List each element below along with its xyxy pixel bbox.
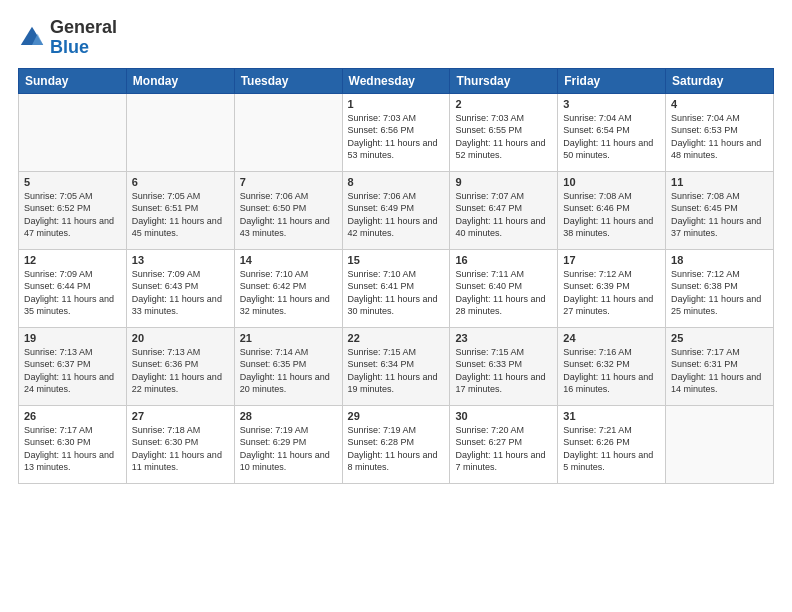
day-number: 1 (348, 98, 445, 110)
day-number: 11 (671, 176, 768, 188)
day-number: 21 (240, 332, 337, 344)
logo: General Blue (18, 18, 117, 58)
day-number: 31 (563, 410, 660, 422)
day-info: Sunrise: 7:21 AM Sunset: 6:26 PM Dayligh… (563, 424, 660, 474)
day-info: Sunrise: 7:09 AM Sunset: 6:44 PM Dayligh… (24, 268, 121, 318)
day-number: 30 (455, 410, 552, 422)
day-info: Sunrise: 7:08 AM Sunset: 6:46 PM Dayligh… (563, 190, 660, 240)
calendar-cell: 28Sunrise: 7:19 AM Sunset: 6:29 PM Dayli… (234, 405, 342, 483)
week-row-3: 12Sunrise: 7:09 AM Sunset: 6:44 PM Dayli… (19, 249, 774, 327)
calendar-cell: 10Sunrise: 7:08 AM Sunset: 6:46 PM Dayli… (558, 171, 666, 249)
day-info: Sunrise: 7:13 AM Sunset: 6:36 PM Dayligh… (132, 346, 229, 396)
day-number: 4 (671, 98, 768, 110)
calendar-cell: 6Sunrise: 7:05 AM Sunset: 6:51 PM Daylig… (126, 171, 234, 249)
calendar-cell (19, 93, 127, 171)
day-number: 3 (563, 98, 660, 110)
day-number: 19 (24, 332, 121, 344)
day-number: 10 (563, 176, 660, 188)
calendar-cell: 20Sunrise: 7:13 AM Sunset: 6:36 PM Dayli… (126, 327, 234, 405)
weekday-header-wednesday: Wednesday (342, 68, 450, 93)
weekday-header-sunday: Sunday (19, 68, 127, 93)
day-info: Sunrise: 7:15 AM Sunset: 6:33 PM Dayligh… (455, 346, 552, 396)
calendar-cell: 3Sunrise: 7:04 AM Sunset: 6:54 PM Daylig… (558, 93, 666, 171)
week-row-4: 19Sunrise: 7:13 AM Sunset: 6:37 PM Dayli… (19, 327, 774, 405)
weekday-header-thursday: Thursday (450, 68, 558, 93)
day-number: 25 (671, 332, 768, 344)
calendar-cell: 24Sunrise: 7:16 AM Sunset: 6:32 PM Dayli… (558, 327, 666, 405)
logo-icon (18, 24, 46, 52)
calendar-cell: 22Sunrise: 7:15 AM Sunset: 6:34 PM Dayli… (342, 327, 450, 405)
page: General Blue SundayMondayTuesdayWednesda… (0, 0, 792, 612)
day-number: 2 (455, 98, 552, 110)
calendar-cell: 2Sunrise: 7:03 AM Sunset: 6:55 PM Daylig… (450, 93, 558, 171)
day-info: Sunrise: 7:14 AM Sunset: 6:35 PM Dayligh… (240, 346, 337, 396)
day-info: Sunrise: 7:06 AM Sunset: 6:50 PM Dayligh… (240, 190, 337, 240)
day-number: 26 (24, 410, 121, 422)
day-info: Sunrise: 7:12 AM Sunset: 6:38 PM Dayligh… (671, 268, 768, 318)
weekday-header-row: SundayMondayTuesdayWednesdayThursdayFrid… (19, 68, 774, 93)
weekday-header-tuesday: Tuesday (234, 68, 342, 93)
calendar-cell: 29Sunrise: 7:19 AM Sunset: 6:28 PM Dayli… (342, 405, 450, 483)
day-info: Sunrise: 7:11 AM Sunset: 6:40 PM Dayligh… (455, 268, 552, 318)
day-number: 23 (455, 332, 552, 344)
calendar-cell: 19Sunrise: 7:13 AM Sunset: 6:37 PM Dayli… (19, 327, 127, 405)
calendar-cell: 16Sunrise: 7:11 AM Sunset: 6:40 PM Dayli… (450, 249, 558, 327)
day-info: Sunrise: 7:12 AM Sunset: 6:39 PM Dayligh… (563, 268, 660, 318)
day-info: Sunrise: 7:10 AM Sunset: 6:42 PM Dayligh… (240, 268, 337, 318)
day-number: 6 (132, 176, 229, 188)
calendar-cell: 17Sunrise: 7:12 AM Sunset: 6:39 PM Dayli… (558, 249, 666, 327)
day-number: 18 (671, 254, 768, 266)
calendar-cell: 25Sunrise: 7:17 AM Sunset: 6:31 PM Dayli… (666, 327, 774, 405)
day-number: 12 (24, 254, 121, 266)
day-number: 20 (132, 332, 229, 344)
calendar-cell: 18Sunrise: 7:12 AM Sunset: 6:38 PM Dayli… (666, 249, 774, 327)
header: General Blue (18, 18, 774, 58)
calendar-cell: 26Sunrise: 7:17 AM Sunset: 6:30 PM Dayli… (19, 405, 127, 483)
day-number: 14 (240, 254, 337, 266)
weekday-header-monday: Monday (126, 68, 234, 93)
calendar-cell: 4Sunrise: 7:04 AM Sunset: 6:53 PM Daylig… (666, 93, 774, 171)
day-number: 17 (563, 254, 660, 266)
day-info: Sunrise: 7:18 AM Sunset: 6:30 PM Dayligh… (132, 424, 229, 474)
calendar-table: SundayMondayTuesdayWednesdayThursdayFrid… (18, 68, 774, 484)
weekday-header-saturday: Saturday (666, 68, 774, 93)
calendar-cell: 15Sunrise: 7:10 AM Sunset: 6:41 PM Dayli… (342, 249, 450, 327)
weekday-header-friday: Friday (558, 68, 666, 93)
day-info: Sunrise: 7:10 AM Sunset: 6:41 PM Dayligh… (348, 268, 445, 318)
week-row-2: 5Sunrise: 7:05 AM Sunset: 6:52 PM Daylig… (19, 171, 774, 249)
day-number: 5 (24, 176, 121, 188)
calendar-cell: 12Sunrise: 7:09 AM Sunset: 6:44 PM Dayli… (19, 249, 127, 327)
week-row-5: 26Sunrise: 7:17 AM Sunset: 6:30 PM Dayli… (19, 405, 774, 483)
day-info: Sunrise: 7:19 AM Sunset: 6:28 PM Dayligh… (348, 424, 445, 474)
week-row-1: 1Sunrise: 7:03 AM Sunset: 6:56 PM Daylig… (19, 93, 774, 171)
calendar-cell (666, 405, 774, 483)
day-number: 7 (240, 176, 337, 188)
day-info: Sunrise: 7:04 AM Sunset: 6:54 PM Dayligh… (563, 112, 660, 162)
day-info: Sunrise: 7:08 AM Sunset: 6:45 PM Dayligh… (671, 190, 768, 240)
day-number: 29 (348, 410, 445, 422)
day-info: Sunrise: 7:09 AM Sunset: 6:43 PM Dayligh… (132, 268, 229, 318)
day-info: Sunrise: 7:05 AM Sunset: 6:52 PM Dayligh… (24, 190, 121, 240)
day-info: Sunrise: 7:17 AM Sunset: 6:31 PM Dayligh… (671, 346, 768, 396)
day-info: Sunrise: 7:15 AM Sunset: 6:34 PM Dayligh… (348, 346, 445, 396)
day-info: Sunrise: 7:13 AM Sunset: 6:37 PM Dayligh… (24, 346, 121, 396)
day-number: 16 (455, 254, 552, 266)
day-number: 22 (348, 332, 445, 344)
calendar-cell: 27Sunrise: 7:18 AM Sunset: 6:30 PM Dayli… (126, 405, 234, 483)
day-number: 13 (132, 254, 229, 266)
day-info: Sunrise: 7:16 AM Sunset: 6:32 PM Dayligh… (563, 346, 660, 396)
calendar-cell: 1Sunrise: 7:03 AM Sunset: 6:56 PM Daylig… (342, 93, 450, 171)
calendar-cell: 7Sunrise: 7:06 AM Sunset: 6:50 PM Daylig… (234, 171, 342, 249)
day-number: 28 (240, 410, 337, 422)
calendar-cell: 8Sunrise: 7:06 AM Sunset: 6:49 PM Daylig… (342, 171, 450, 249)
calendar-cell: 11Sunrise: 7:08 AM Sunset: 6:45 PM Dayli… (666, 171, 774, 249)
day-info: Sunrise: 7:06 AM Sunset: 6:49 PM Dayligh… (348, 190, 445, 240)
calendar-cell: 5Sunrise: 7:05 AM Sunset: 6:52 PM Daylig… (19, 171, 127, 249)
calendar-cell: 30Sunrise: 7:20 AM Sunset: 6:27 PM Dayli… (450, 405, 558, 483)
calendar-cell (234, 93, 342, 171)
day-info: Sunrise: 7:19 AM Sunset: 6:29 PM Dayligh… (240, 424, 337, 474)
day-number: 27 (132, 410, 229, 422)
logo-text: General Blue (50, 18, 117, 58)
day-number: 9 (455, 176, 552, 188)
calendar-cell: 9Sunrise: 7:07 AM Sunset: 6:47 PM Daylig… (450, 171, 558, 249)
